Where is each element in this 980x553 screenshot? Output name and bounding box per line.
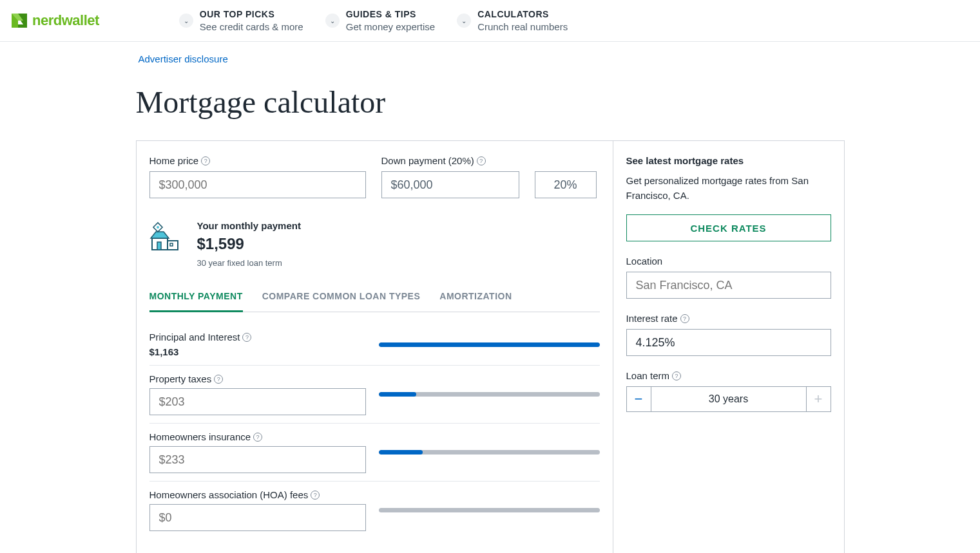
svg-point-9: [157, 226, 159, 229]
term-increase-button[interactable]: +: [806, 387, 831, 411]
svg-rect-7: [170, 243, 173, 246]
home-price-input[interactable]: [149, 171, 366, 198]
tab-monthly-payment[interactable]: MONTHLY PAYMENT: [149, 291, 243, 312]
check-rates-button[interactable]: CHECK RATES: [626, 214, 831, 241]
down-payment-percent-input[interactable]: [535, 171, 597, 198]
nav-subtitle: Crunch real numbers: [477, 21, 568, 32]
monthly-payment-label: Your monthly payment: [197, 220, 301, 231]
chevron-down-icon: ⌄: [457, 14, 471, 28]
loan-term-label: Loan term ?: [626, 370, 831, 381]
help-icon[interactable]: ?: [242, 333, 251, 342]
help-icon[interactable]: ?: [680, 314, 689, 323]
principal-label: Principal and Interest ?: [149, 332, 366, 342]
term-decrease-button[interactable]: −: [627, 387, 651, 411]
house-icon: [149, 220, 182, 252]
help-icon[interactable]: ?: [201, 156, 210, 165]
down-payment-label: Down payment (20%) ?: [381, 155, 597, 166]
nav-calculators[interactable]: ⌄ CALCULATORS Crunch real numbers: [454, 9, 568, 32]
taxes-label: Property taxes ?: [149, 373, 366, 384]
breakdown-hoa-fees: Homeowners association (HOA) fees ?: [149, 482, 600, 539]
principal-bar: [379, 342, 600, 347]
help-icon[interactable]: ?: [672, 371, 681, 380]
breakdown-principal-interest: Principal and Interest ? $1,163: [149, 324, 600, 366]
nav-subtitle: See credit cards & more: [200, 21, 303, 32]
nav-title: GUIDES & TIPS: [346, 9, 435, 19]
help-icon[interactable]: ?: [311, 491, 320, 500]
advertiser-disclosure-link[interactable]: Advertiser disclosure: [139, 53, 228, 64]
taxes-bar: [379, 392, 600, 397]
brand-name: nerdwallet: [32, 12, 99, 29]
location-label: Location: [626, 256, 831, 267]
location-input[interactable]: [626, 272, 831, 299]
insurance-bar: [379, 450, 600, 455]
breakdown-property-taxes: Property taxes ?: [149, 366, 600, 424]
svg-marker-5: [151, 232, 169, 238]
tab-amortization[interactable]: AMORTIZATION: [439, 291, 512, 312]
tab-compare-loans[interactable]: COMPARE COMMON LOAN TYPES: [262, 291, 421, 312]
principal-value: $1,163: [149, 346, 366, 357]
loan-term-note: 30 year fixed loan term: [197, 258, 301, 268]
loan-term-value: 30 years: [651, 387, 806, 411]
rates-sidebar: See latest mortgage rates Get personaliz…: [613, 141, 844, 553]
calculator-main: Home price ? Down payment (20%) ?: [137, 141, 613, 553]
breakdown-homeowners-insurance: Homeowners insurance ?: [149, 424, 600, 482]
chevron-down-icon: ⌄: [179, 14, 193, 28]
nav-guides[interactable]: ⌄ GUIDES & TIPS Get money expertise: [323, 9, 435, 32]
hoa-bar: [379, 508, 600, 512]
interest-rate-input[interactable]: [626, 329, 831, 356]
hoa-fees-input[interactable]: [149, 504, 366, 531]
home-price-label: Home price ?: [149, 155, 366, 166]
nav-top-picks[interactable]: ⌄ OUR TOP PICKS See credit cards & more: [177, 9, 303, 32]
homeowners-insurance-input[interactable]: [149, 446, 366, 473]
payment-summary: Your monthly payment $1,599 30 year fixe…: [149, 220, 600, 268]
help-icon[interactable]: ?: [253, 433, 262, 442]
logo-icon: [10, 12, 28, 30]
help-icon[interactable]: ?: [214, 375, 223, 384]
chevron-down-icon: ⌄: [325, 14, 340, 28]
insurance-label: Homeowners insurance ?: [149, 431, 366, 442]
sidebar-description: Get personalized mortgage rates from San…: [626, 174, 831, 203]
page-title: Mortgage calculator: [136, 84, 845, 120]
header: nerdwallet ⌄ OUR TOP PICKS See credit ca…: [0, 0, 980, 42]
svg-rect-6: [157, 242, 161, 250]
calculator-panel: Home price ? Down payment (20%) ?: [136, 140, 845, 553]
hoa-label: Homeowners association (HOA) fees ?: [149, 489, 366, 500]
monthly-payment-amount: $1,599: [197, 235, 301, 253]
nav-title: CALCULATORS: [477, 9, 568, 19]
down-payment-input[interactable]: [381, 171, 519, 198]
property-taxes-input[interactable]: [149, 388, 366, 415]
loan-term-stepper: − 30 years +: [626, 386, 831, 412]
payment-breakdown: Principal and Interest ? $1,163 Property…: [149, 324, 600, 539]
interest-rate-label: Interest rate ?: [626, 313, 831, 324]
sidebar-title: See latest mortgage rates: [626, 155, 831, 166]
nav-subtitle: Get money expertise: [346, 21, 435, 32]
main-nav: ⌄ OUR TOP PICKS See credit cards & more …: [177, 9, 568, 32]
nav-title: OUR TOP PICKS: [200, 9, 303, 19]
help-icon[interactable]: ?: [477, 156, 486, 165]
brand-logo[interactable]: nerdwallet: [10, 12, 99, 30]
result-tabs: MONTHLY PAYMENT COMPARE COMMON LOAN TYPE…: [149, 291, 600, 312]
